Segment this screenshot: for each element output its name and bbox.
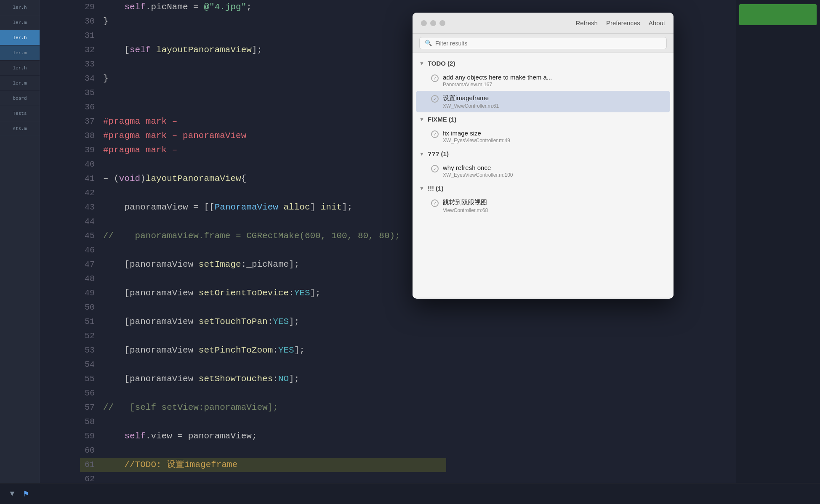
bottom-bar: ▼ ⚑: [0, 483, 820, 504]
popup-content: ▼ TODO (2) add any objects here to make …: [413, 53, 674, 297]
qqq-location-1: XW_EyesViewController.m:100: [443, 172, 513, 178]
qqq-check-1: [431, 165, 439, 172]
fixme-check-1: [431, 130, 439, 138]
todo-check-2: [431, 95, 439, 103]
section-label-qqq: ??? (1): [428, 150, 449, 157]
code-line-57: 57 // [self setView:panoramaView];: [80, 401, 446, 415]
file-tab-llerh1[interactable]: ler.h: [0, 0, 40, 15]
section-header-todo[interactable]: ▼ TODO (2): [413, 56, 674, 70]
code-line-34: 34 }: [80, 72, 446, 86]
code-line-39: 39 #pragma mark –: [80, 143, 446, 157]
code-line-54: 54: [80, 358, 446, 372]
code-line-29: 29 self.picName = @"4.jpg";: [80, 0, 446, 14]
exclaim-check-1: [431, 199, 439, 207]
file-tab-stsm1[interactable]: sts.m: [0, 121, 40, 136]
todo-item-1[interactable]: add any objects here to make them a... P…: [416, 70, 670, 91]
todo-check-1: [431, 74, 439, 82]
code-line-44: 44: [80, 215, 446, 229]
todo-item-2[interactable]: 设置imageframe XW_ViewController.m:61: [416, 91, 670, 112]
dropdown-button[interactable]: ▼: [8, 489, 16, 498]
code-line-52: 52: [80, 329, 446, 343]
code-line-47: 47 [panoramaView setImage:_picName];: [80, 257, 446, 272]
code-line-61: 61 //TODO: 设置imageframe: [80, 458, 446, 472]
fixme-location-1: XW_EyesViewController.m:49: [443, 138, 510, 143]
minimap: [739, 4, 817, 25]
popup-titlebar: Refresh Preferences About: [413, 13, 674, 34]
search-input[interactable]: [435, 40, 661, 47]
code-line-45: 45 // panoramaView.frame = CGRectMake(60…: [80, 229, 446, 243]
section-label-todo: TODO (2): [428, 60, 455, 67]
todo-title-1: add any objects here to make them a...: [443, 74, 552, 81]
traffic-lights: [421, 20, 445, 26]
section-arrow-qqq: ▼: [419, 151, 424, 157]
file-tab-llerh2[interactable]: ler.h: [0, 30, 40, 45]
code-line-51: 51 [panoramaView setTouchToPan:YES];: [80, 315, 446, 329]
code-line-59: 59 self.view = panoramaView;: [80, 429, 446, 443]
code-line-43: 43 panoramaView = [[PanoramaView alloc] …: [80, 200, 446, 215]
todo-title-2: 设置imageframe: [443, 94, 499, 102]
file-tab-llerm1[interactable]: ler.m: [0, 15, 40, 30]
code-line-31: 31: [80, 29, 446, 43]
left-file-list: ler.h ler.m ler.h ler.m ler.h ler.m boar…: [0, 0, 40, 504]
code-line-50: 50: [80, 300, 446, 315]
fixme-item-1[interactable]: fix image size XW_EyesViewController.m:4…: [416, 126, 670, 147]
minimize-button[interactable]: [430, 20, 436, 26]
code-line-35: 35: [80, 86, 446, 100]
section-label-exclaim: !!! (1): [428, 185, 444, 192]
code-line-55: 55 [panoramaView setShowTouches:NO];: [80, 372, 446, 386]
file-tab-llerh3[interactable]: ler.h: [0, 61, 40, 76]
code-line-37: 37 #pragma mark –: [80, 114, 446, 129]
code-line-53: 53 [panoramaView setPinchToZoom:YES];: [80, 343, 446, 358]
code-line-32: 32 [self layoutPanoramaView];: [80, 43, 446, 57]
search-icon: 🔍: [425, 40, 432, 47]
section-header-exclaim[interactable]: ▼ !!! (1): [413, 181, 674, 195]
code-line-56: 56: [80, 386, 446, 401]
section-arrow-todo: ▼: [419, 61, 424, 66]
section-arrow-fixme: ▼: [419, 117, 424, 122]
flag-button[interactable]: ⚑: [23, 489, 29, 499]
fixme-title-1: fix image size: [443, 130, 510, 137]
qqq-title-1: why refresh once: [443, 164, 513, 171]
code-line-58: 58: [80, 415, 446, 429]
popup-search-area: 🔍: [413, 34, 674, 53]
file-tab-board[interactable]: board: [0, 91, 40, 106]
file-tab-llerm2[interactable]: ler.m: [0, 45, 40, 61]
code-line-38: 38 #pragma mark – panoramaView: [80, 129, 446, 143]
code-line-49: 49 [panoramaView setOrientToDevice:YES];: [80, 286, 446, 300]
todo-location-2: XW_ViewController.m:61: [443, 103, 499, 109]
code-line-42: 42: [80, 186, 446, 200]
section-header-qqq[interactable]: ▼ ??? (1): [413, 147, 674, 161]
code-line-60: 60: [80, 443, 446, 458]
right-panel: [736, 0, 820, 504]
code-line-46: 46: [80, 243, 446, 257]
section-label-fixme: FIXME (1): [428, 116, 456, 123]
code-line-30: 30 }: [80, 14, 446, 29]
section-arrow-exclaim: ▼: [419, 186, 424, 191]
todo-location-1: PanoramaView.m:167: [443, 82, 552, 88]
code-line-40: 40: [80, 157, 446, 172]
code-line-41: 41 – (void)layoutPanoramaView{: [80, 172, 446, 186]
file-tab-tests1[interactable]: Tests: [0, 106, 40, 121]
exclaim-title-1: 跳转到双眼视图: [443, 199, 488, 207]
code-line-33: 33: [80, 57, 446, 72]
exclaim-location-1: ViewController.m:68: [443, 207, 488, 213]
exclaim-item-1[interactable]: 跳转到双眼视图 ViewController.m:68: [416, 195, 670, 217]
preferences-button[interactable]: Preferences: [606, 19, 640, 27]
close-button[interactable]: [421, 20, 427, 26]
popup-actions: Refresh Preferences About: [575, 19, 665, 27]
code-line-36: 36: [80, 100, 446, 114]
file-tab-llerm3[interactable]: ler.m: [0, 76, 40, 91]
refresh-button[interactable]: Refresh: [575, 19, 598, 27]
qqq-item-1[interactable]: why refresh once XW_EyesViewController.m…: [416, 161, 670, 181]
code-lines: 29 self.picName = @"4.jpg"; 30 } 31 32 […: [80, 0, 446, 504]
section-header-fixme[interactable]: ▼ FIXME (1): [413, 112, 674, 126]
todo-popup: Refresh Preferences About 🔍 ▼ TODO (2) a…: [413, 13, 674, 299]
code-line-48: 48: [80, 272, 446, 286]
maximize-button[interactable]: [439, 20, 445, 26]
search-box: 🔍: [419, 37, 667, 49]
about-button[interactable]: About: [649, 19, 665, 27]
